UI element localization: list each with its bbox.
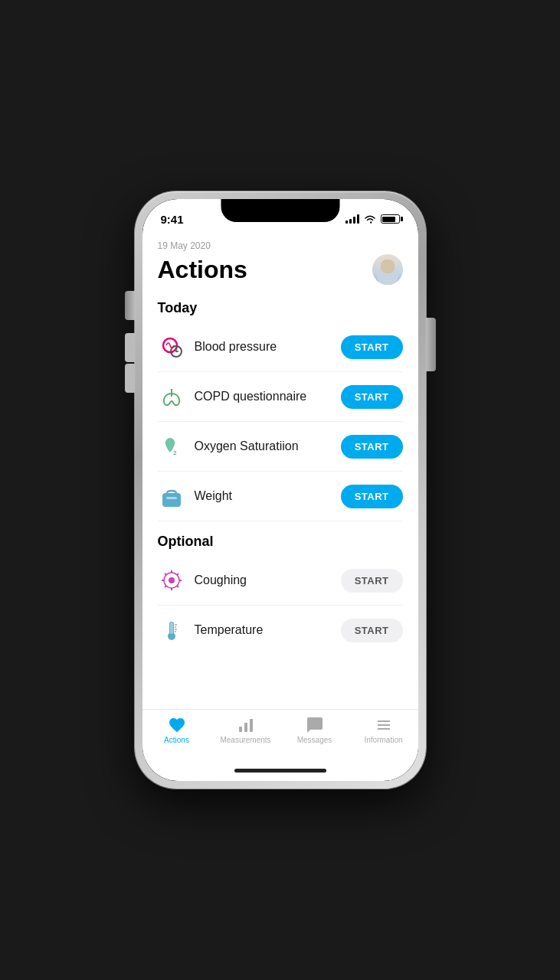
nav-item-measurements[interactable]: Measurements: [211, 716, 280, 744]
signal-icon: [345, 214, 359, 224]
temperature-icon: [158, 616, 185, 644]
list-item: COPD questionnaire START: [158, 372, 403, 422]
notch: [221, 199, 339, 222]
nav-item-messages[interactable]: Messages: [280, 716, 349, 744]
information-nav-icon: [375, 716, 393, 734]
weight-label: Weight: [195, 489, 341, 503]
list-item: Temperature START: [158, 606, 403, 655]
content-area: 19 May 2020 Actions Today: [142, 233, 418, 709]
home-indicator: [142, 760, 418, 781]
svg-rect-7: [166, 497, 177, 499]
list-item: Coughing START: [158, 556, 403, 606]
svg-line-14: [165, 573, 166, 575]
avatar-image: [372, 254, 403, 285]
blood-pressure-icon: [158, 333, 185, 361]
temperature-start-button[interactable]: START: [341, 619, 403, 642]
svg-rect-6: [162, 493, 181, 507]
list-item: 2 Oxygen Saturatiion START: [158, 422, 403, 472]
coughing-start-button[interactable]: START: [341, 569, 403, 593]
copd-icon: [158, 383, 185, 410]
actions-nav-label: Actions: [164, 736, 189, 744]
date-label: 19 May 2020: [158, 240, 403, 251]
avatar[interactable]: [372, 254, 403, 285]
measurements-nav-label: Measurements: [220, 736, 270, 744]
optional-section-label: Optional: [158, 534, 403, 550]
today-section-label: Today: [158, 300, 403, 316]
nav-item-actions[interactable]: Actions: [142, 716, 211, 744]
page-title: Actions: [158, 256, 247, 284]
wifi-icon: [364, 214, 376, 224]
screen: 9:41 19 May: [142, 199, 418, 781]
oxygen-start-button[interactable]: START: [341, 435, 403, 459]
svg-point-4: [175, 351, 177, 352]
svg-point-9: [169, 577, 175, 583]
actions-nav-icon: [168, 716, 186, 734]
list-item: Weight START: [158, 472, 403, 521]
copd-start-button[interactable]: START: [341, 385, 403, 409]
phone-inner: 9:41 19 May: [142, 199, 418, 781]
svg-rect-20: [170, 622, 173, 634]
svg-rect-27: [250, 719, 253, 732]
svg-rect-25: [239, 727, 242, 732]
blood-pressure-label: Blood pressure: [195, 340, 341, 354]
svg-text:2: 2: [173, 449, 177, 456]
status-time: 9:41: [161, 213, 184, 226]
svg-line-15: [177, 586, 178, 587]
nav-item-information[interactable]: Information: [349, 716, 418, 744]
bottom-nav: Actions Measurements: [142, 709, 418, 760]
oxygen-icon: 2: [158, 433, 185, 460]
measurements-nav-icon: [237, 716, 255, 734]
list-item: Blood pressure START: [158, 322, 403, 372]
temperature-label: Temperature: [195, 623, 341, 637]
weight-start-button[interactable]: START: [341, 485, 403, 508]
weight-icon: [158, 482, 185, 510]
coughing-icon: [158, 567, 185, 594]
oxygen-label: Oxygen Saturatiion: [195, 439, 341, 453]
messages-nav-label: Messages: [297, 736, 332, 744]
home-bar: [234, 769, 326, 773]
information-nav-label: Information: [364, 736, 402, 744]
blood-pressure-start-button[interactable]: START: [341, 335, 403, 359]
coughing-label: Coughing: [195, 573, 341, 587]
page-header: Actions: [158, 254, 403, 285]
copd-label: COPD questionnaire: [195, 390, 341, 403]
status-icons: [345, 214, 400, 224]
svg-line-17: [165, 586, 166, 587]
phone-frame: 9:41 19 May: [135, 191, 426, 789]
battery-icon: [381, 214, 400, 224]
svg-rect-26: [244, 723, 247, 732]
svg-line-16: [177, 573, 178, 575]
messages-nav-icon: [306, 716, 324, 734]
